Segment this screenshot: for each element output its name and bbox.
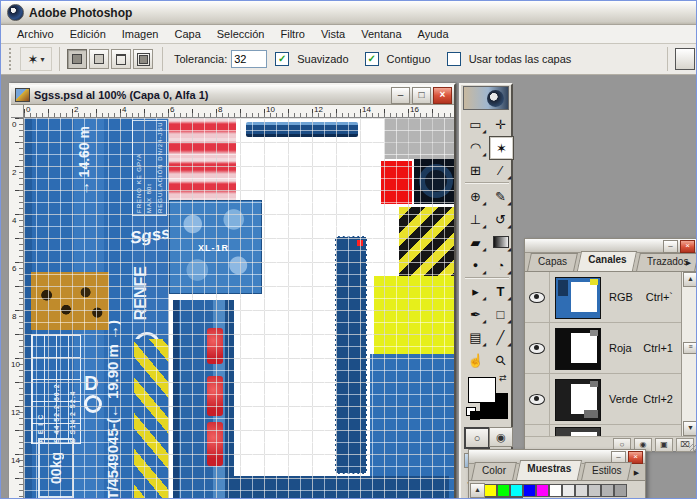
tab-muestras[interactable]: Muestras [516, 460, 582, 480]
move-tool[interactable]: ✛ [489, 113, 512, 135]
scroll-down-icon[interactable]: ▼ [683, 421, 697, 436]
maximize-button[interactable]: □ [412, 87, 431, 104]
menu-imagen[interactable]: Imagen [114, 26, 167, 42]
history-brush-tool[interactable]: ↺◢ [489, 208, 512, 230]
tab-estilos[interactable]: Estilos [581, 462, 632, 480]
checkbox-empty-icon [447, 52, 461, 66]
scrollbar-thumb[interactable]: ≡ [683, 342, 697, 354]
path-selection-tool[interactable]: ▸◢ [464, 280, 487, 302]
channel-row-roja[interactable]: Roja Ctrl+1 [525, 323, 697, 374]
color-swatch[interactable] [601, 484, 614, 497]
magic-wand-tool[interactable]: ✶ [489, 136, 514, 160]
swatches-scroll-up-icon[interactable]: ▲ [470, 483, 485, 498]
ruler-corner[interactable] [11, 105, 24, 118]
hand-tool[interactable]: ☝ [464, 349, 487, 371]
tab-canales[interactable]: Canales [577, 251, 638, 271]
default-colors-icon-bg[interactable] [470, 411, 480, 420]
menu-archivo[interactable]: Archivo [9, 26, 62, 42]
channel-row-verde[interactable]: Verde Ctrl+2 [525, 374, 697, 425]
lasso-tool[interactable]: ◠◢ [464, 136, 487, 158]
menu-vista[interactable]: Vista [313, 26, 353, 42]
selection-subtract-button[interactable] [111, 49, 131, 69]
new-channel-icon[interactable]: ▣ [655, 438, 673, 452]
color-swatch[interactable] [536, 484, 549, 497]
gradient-tool[interactable]: ◢ [489, 231, 512, 253]
menu-filtro[interactable]: Filtro [272, 26, 312, 42]
slice-tool[interactable]: ∕◢ [489, 159, 512, 181]
channels-palette: – × Capas Canales Trazados ▶ RGB Ctrl+` [524, 238, 697, 449]
horizontal-ruler[interactable]: 0 2 4 6 8 10 12 14 16 [24, 105, 454, 118]
color-swatch[interactable] [484, 484, 497, 497]
tolerance-input[interactable] [231, 50, 267, 68]
pen-tool[interactable]: ✒◢ [464, 303, 487, 325]
rectangular-marquee-tool[interactable]: ▭◢ [464, 113, 487, 135]
menu-ayuda[interactable]: Ayuda [410, 26, 457, 42]
foreground-color-chip[interactable] [468, 377, 496, 403]
shape-tool[interactable]: □◢ [489, 303, 512, 325]
color-swatch[interactable] [575, 484, 588, 497]
zoom-tool[interactable]: ⚲ [489, 349, 512, 371]
menu-edicion[interactable]: Edición [62, 26, 114, 42]
menu-capa[interactable]: Capa [166, 26, 208, 42]
blur-drop-icon: ● [473, 260, 478, 270]
channel-row-partial[interactable] [525, 425, 697, 436]
zoom-icon: ⚲ [492, 351, 509, 368]
quick-mask-mode-button[interactable]: ◉ [489, 427, 513, 447]
visibility-cell[interactable] [525, 323, 550, 373]
channel-row-rgb[interactable]: RGB Ctrl+` [525, 272, 697, 323]
color-swatch[interactable] [523, 484, 536, 497]
notes-tool[interactable]: ▤◢ [464, 326, 487, 348]
photoshop-banner-icon[interactable] [463, 86, 509, 110]
brush-tool[interactable]: ✎◢ [489, 185, 512, 207]
active-tool-button[interactable]: ✶ ▾ [20, 47, 52, 71]
antialias-checkbox[interactable]: ✓ Suavizado [275, 52, 352, 66]
crop-tool[interactable]: ⊞ [464, 159, 487, 181]
channel-thumbnail [555, 379, 601, 421]
swap-colors-icon[interactable]: ⇄ [499, 373, 507, 383]
type-tool[interactable]: T◢ [489, 280, 512, 302]
color-swatch[interactable] [510, 484, 523, 497]
color-swatch[interactable] [549, 484, 562, 497]
all-layers-checkbox[interactable]: Usar todas las capas [447, 52, 576, 66]
visibility-cell[interactable] [525, 272, 550, 322]
visibility-cell[interactable] [525, 425, 550, 436]
scroll-up-icon[interactable]: ▲ [683, 272, 697, 287]
selection-intersect-button[interactable] [133, 49, 153, 69]
tab-color[interactable]: Color [471, 462, 517, 480]
eraser-tool[interactable]: ▰◢ [464, 231, 487, 253]
minimize-button[interactable]: – [391, 87, 410, 104]
visibility-cell[interactable] [525, 374, 550, 424]
document-title-bar[interactable]: Sgss.psd al 100% (Capa 0, Alfa 1) – □ × [11, 85, 454, 105]
title-bar[interactable]: Adobe Photoshop [1, 1, 697, 25]
blur-tool[interactable]: ●◢ [464, 254, 487, 276]
color-swatch[interactable] [562, 484, 575, 497]
color-swatch[interactable] [588, 484, 601, 497]
selection-add-button[interactable] [89, 49, 109, 69]
healing-brush-tool[interactable]: ⊕◢ [464, 185, 487, 207]
standard-mode-button[interactable]: ○ [464, 427, 490, 449]
clone-stamp-tool[interactable]: ⊥◢ [464, 208, 487, 230]
palette-close-button[interactable]: × [680, 240, 695, 253]
menu-seleccion[interactable]: Selección [209, 26, 273, 42]
contiguous-checkbox[interactable]: ✓ Contiguo [365, 52, 435, 66]
tab-capas[interactable]: Capas [527, 253, 578, 271]
eyedropper-tool[interactable]: ╱◢ [489, 326, 512, 348]
menu-ventana[interactable]: Ventana [353, 26, 409, 42]
color-swatch[interactable] [497, 484, 510, 497]
channels-scrollbar[interactable]: ▲ ≡ ▼ [681, 272, 697, 436]
resize-grip[interactable] [689, 443, 697, 451]
palette-minimize-button[interactable]: – [663, 240, 678, 253]
color-swatch[interactable] [614, 484, 627, 497]
palette-menu-arrow-icon[interactable]: ▶ [631, 467, 642, 478]
thumb-shape [571, 282, 597, 312]
dodge-tool[interactable]: ◔◢ [489, 254, 512, 276]
close-button[interactable]: × [433, 87, 452, 104]
selection-new-button[interactable] [67, 49, 87, 69]
canvas[interactable]: FRENO KE GP/A MAX 80t REGULACIÓN DN/24-J… [24, 118, 454, 499]
eraser-icon: ▰ [471, 235, 481, 250]
vertical-ruler[interactable]: 0 2 4 6 8 10 12 14 [11, 118, 24, 499]
add-selection-icon [94, 54, 104, 64]
palette-well-button[interactable] [675, 48, 695, 70]
palette-menu-arrow-icon[interactable]: ▶ [683, 257, 694, 268]
options-grip[interactable] [9, 48, 14, 70]
